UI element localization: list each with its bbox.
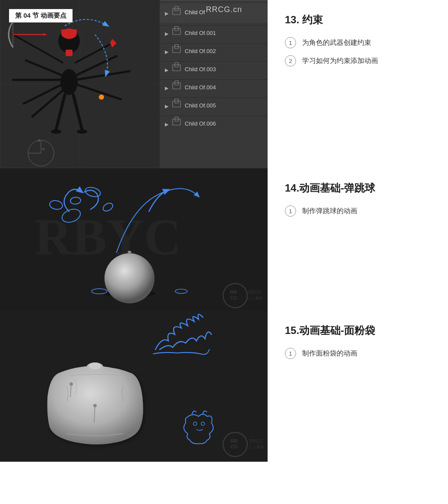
svg-text:RR: RR xyxy=(230,290,237,295)
lesson-item-15: RR CG RRCG 人人素材 15.动画基础-面粉袋 1 制作面粉袋的动画 xyxy=(0,311,448,462)
svg-point-81 xyxy=(128,251,131,254)
lesson-title-15: 15.动画基础-面粉袋 xyxy=(285,324,435,337)
svg-text:▶: ▶ xyxy=(165,104,169,109)
svg-text:X: X xyxy=(42,147,45,151)
svg-text:Child Of.006: Child Of.006 xyxy=(185,120,216,127)
svg-rect-53 xyxy=(160,61,268,62)
svg-rect-34 xyxy=(160,0,268,0)
lesson-point-15-1: 1 制作面粉袋的动画 xyxy=(285,348,435,359)
lesson-title-14: 14.动画基础-弹跳球 xyxy=(285,181,435,195)
svg-text:▶: ▶ xyxy=(165,122,169,127)
svg-point-96 xyxy=(89,362,101,369)
svg-text:Child Of.002: Child Of.002 xyxy=(185,48,216,54)
point-number-13-1: 1 xyxy=(285,37,296,48)
svg-text:Z: Z xyxy=(38,139,40,142)
lesson-point-14-1: 1 制作弹跳球的动画 xyxy=(285,205,435,217)
svg-rect-13 xyxy=(61,29,77,35)
lesson-title-13: 13. 约束 xyxy=(285,13,435,27)
svg-text:▶: ▶ xyxy=(165,31,169,36)
svg-text:▶: ▶ xyxy=(165,67,169,72)
lesson-info-15: 15.动画基础-面粉袋 1 制作面粉袋的动画 xyxy=(268,311,448,379)
svg-point-79 xyxy=(104,253,155,303)
point-number-14-1: 1 xyxy=(285,205,296,217)
thumbnail-13: X Z xyxy=(0,0,268,168)
svg-text:人人素材: 人人素材 xyxy=(247,296,263,300)
svg-text:人人素材: 人人素材 xyxy=(249,445,264,449)
svg-point-31 xyxy=(77,129,87,134)
svg-rect-59 xyxy=(160,79,268,80)
lesson-points-13: 1 为角色的武器创建约束 2 学习如何为约束添加动画 xyxy=(285,37,435,66)
svg-text:RRCG: RRCG xyxy=(248,290,261,295)
svg-rect-71 xyxy=(160,116,268,116)
thumbnail-15: RR CG RRCG 人人素材 xyxy=(0,311,268,462)
lesson-points-14: 1 制作弹跳球的动画 xyxy=(285,205,435,217)
svg-text:▶: ▶ xyxy=(165,49,169,54)
lesson-item-14: RBYC xyxy=(0,168,448,311)
svg-text:▶: ▶ xyxy=(165,11,169,16)
svg-text:RRCG: RRCG xyxy=(249,439,262,444)
svg-text:Child Of: Child Of xyxy=(185,9,205,16)
point-number-13-2: 2 xyxy=(285,55,296,66)
svg-rect-41 xyxy=(160,25,268,25)
lesson-info-13: 13. 约束 1 为角色的武器创建约束 2 学习如何为约束添加动画 xyxy=(268,0,448,86)
svg-text:CG: CG xyxy=(230,444,238,449)
lesson-item-13: X Z xyxy=(0,0,448,168)
svg-text:RBYC: RBYC xyxy=(35,208,181,266)
svg-rect-14 xyxy=(66,50,73,56)
point-text-14-1: 制作弹跳球的动画 xyxy=(302,207,357,216)
point-number-15-1: 1 xyxy=(285,348,296,359)
svg-rect-65 xyxy=(160,98,268,98)
svg-text:Child Of.003: Child Of.003 xyxy=(185,66,216,72)
lesson-point-13-1: 1 为角色的武器创建约束 xyxy=(285,37,435,48)
svg-point-32 xyxy=(99,94,104,100)
section-badge: 第 04 节 动画要点 xyxy=(9,9,73,23)
thumbnail-14: RBYC xyxy=(0,168,268,311)
lesson-info-14: 14.动画基础-弹跳球 1 制作弹跳球的动画 xyxy=(268,168,448,236)
top-watermark: RRCG.cn xyxy=(206,5,242,14)
svg-text:Child Of.004: Child Of.004 xyxy=(185,84,216,91)
point-text-13-2: 学习如何为约束添加动画 xyxy=(302,57,378,66)
svg-text:CG: CG xyxy=(230,295,237,300)
svg-point-30 xyxy=(51,129,61,134)
point-text-13-1: 为角色的武器创建约束 xyxy=(302,38,371,47)
svg-rect-47 xyxy=(160,43,268,44)
svg-text:▶: ▶ xyxy=(165,85,169,91)
point-text-15-1: 制作面粉袋的动画 xyxy=(302,349,357,358)
svg-text:Child Of.001: Child Of.001 xyxy=(185,30,216,36)
lesson-points-15: 1 制作面粉袋的动画 xyxy=(285,348,435,359)
svg-text:Child Of.005: Child Of.005 xyxy=(185,102,216,109)
svg-text:RR: RR xyxy=(230,438,237,444)
lesson-point-13-2: 2 学习如何为约束添加动画 xyxy=(285,55,435,66)
